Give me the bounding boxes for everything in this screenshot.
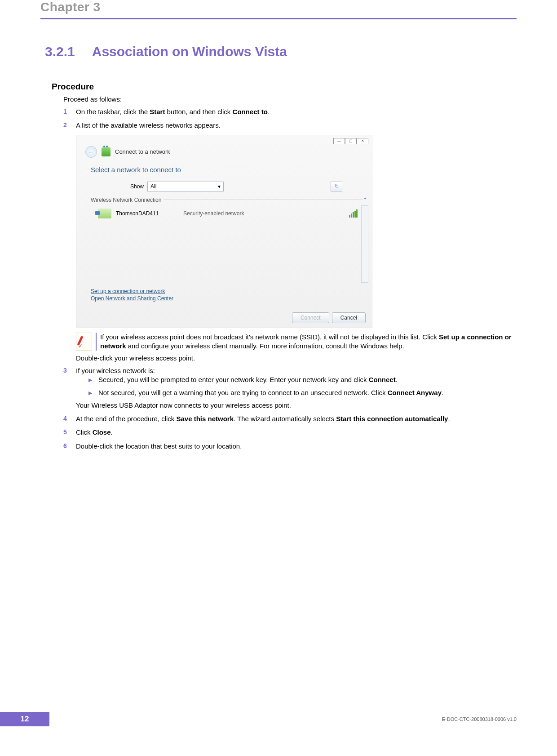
show-value: All xyxy=(150,183,156,190)
bullet-item: ▶ Secured, you will be prompted to enter… xyxy=(88,375,517,384)
network-name: ThomsonDAD411 xyxy=(116,210,183,217)
scrollbar[interactable] xyxy=(361,205,368,283)
chevron-down-icon: ▾ xyxy=(218,183,221,190)
step-3: 3 If your wireless network is: ▶ Secured… xyxy=(63,366,517,410)
content-area: Procedure Proceed as follows: 1 On the t… xyxy=(52,82,517,451)
bullet-list: ▶ Secured, you will be prompted to enter… xyxy=(88,375,517,397)
show-filter-row: Show All ▾ ↻ xyxy=(130,182,372,191)
procedure-intro: Proceed as follows: xyxy=(63,95,517,103)
bullet-icon: ▶ xyxy=(88,388,98,397)
dialog-links: Set up a connection or network Open Netw… xyxy=(91,288,173,302)
procedure-label: Procedure xyxy=(52,82,517,92)
step-5: 5 Click Close. xyxy=(63,428,517,437)
minimize-button[interactable]: — xyxy=(333,138,345,144)
window-controls: — ▢ ✕ xyxy=(333,138,368,144)
maximize-button[interactable]: ▢ xyxy=(345,138,357,144)
dialog-heading: Select a network to connect to xyxy=(91,166,372,173)
step-number: 5 xyxy=(63,428,76,437)
steps-list-cont: 3 If your wireless network is: ▶ Secured… xyxy=(63,366,517,451)
show-dropdown[interactable]: All ▾ xyxy=(147,182,224,191)
adapter-icon xyxy=(98,209,111,218)
page-number: 12 xyxy=(0,712,49,726)
step-number: 3 xyxy=(63,366,76,410)
step-body: On the taskbar, click the Start button, … xyxy=(76,107,517,116)
steps-list: 1 On the taskbar, click the Start button… xyxy=(63,107,517,130)
network-icon xyxy=(102,147,111,156)
dialog-title: Connect to a network xyxy=(115,148,170,155)
bullet-item: ▶ Not secured, you will get a warning th… xyxy=(88,388,517,397)
step-body: A list of the available wireless network… xyxy=(76,121,517,130)
step-body: Click Close. xyxy=(76,428,517,437)
chapter-title: Chapter 3 xyxy=(40,0,517,14)
note-text: If your wireless access point does not b… xyxy=(100,333,517,351)
connect-button[interactable]: Connect xyxy=(292,312,329,323)
header-rule xyxy=(40,18,517,19)
document-id: E-DOC-CTC-20080318-0006 v1.0 xyxy=(442,716,517,722)
step-body: At the end of the procedure, click Save … xyxy=(76,414,517,423)
refresh-button[interactable]: ↻ xyxy=(331,182,342,191)
bullet-icon: ▶ xyxy=(88,375,98,384)
step-number: 4 xyxy=(63,414,76,423)
step-body: Double-click the location that best suit… xyxy=(76,442,517,451)
section-number: 3.2.1 xyxy=(45,44,75,59)
step-number: 2 xyxy=(63,121,76,130)
after-note-line: Double-click your wireless access point. xyxy=(76,354,517,362)
dialog-button-bar: Connect Cancel xyxy=(292,312,366,323)
step-number: 6 xyxy=(63,442,76,451)
network-list-item[interactable]: ThomsonDAD411 Security-enabled network xyxy=(98,206,358,221)
step-body: If your wireless network is: ▶ Secured, … xyxy=(76,366,517,410)
note-icon xyxy=(76,333,92,351)
step-2: 2 A list of the available wireless netwo… xyxy=(63,121,517,130)
open-sharing-center-link[interactable]: Open Network and Sharing Center xyxy=(91,295,173,302)
step-number: 1 xyxy=(63,107,76,116)
show-label: Show xyxy=(130,183,144,190)
signal-strength-icon xyxy=(349,209,358,218)
section-title: Association on Windows Vista xyxy=(92,44,287,59)
page-header: Chapter 3 xyxy=(0,0,557,14)
connection-group-label: Wireless Network Connection ⌃ xyxy=(91,197,372,203)
step-6: 6 Double-click the location that best su… xyxy=(63,442,517,451)
close-button[interactable]: ✕ xyxy=(357,138,368,144)
section-heading: 3.2.1Association on Windows Vista xyxy=(45,44,557,59)
page-footer: 12 E-DOC-CTC-20080318-0006 v1.0 xyxy=(0,712,557,726)
setup-connection-link[interactable]: Set up a connection or network xyxy=(91,288,173,294)
chevron-up-icon[interactable]: ⌃ xyxy=(363,197,367,203)
step-1: 1 On the taskbar, click the Start button… xyxy=(63,107,517,116)
vista-dialog-screenshot: — ▢ ✕ ← Connect to a network Select a ne… xyxy=(76,135,372,328)
network-description: Security-enabled network xyxy=(183,210,349,217)
note-divider xyxy=(96,333,97,351)
step-4: 4 At the end of the procedure, click Sav… xyxy=(63,414,517,423)
cancel-button[interactable]: Cancel xyxy=(332,312,366,323)
note-block: If your wireless access point does not b… xyxy=(76,333,517,351)
back-arrow-icon[interactable]: ← xyxy=(85,146,97,158)
dialog-header: ← Connect to a network xyxy=(76,135,372,158)
